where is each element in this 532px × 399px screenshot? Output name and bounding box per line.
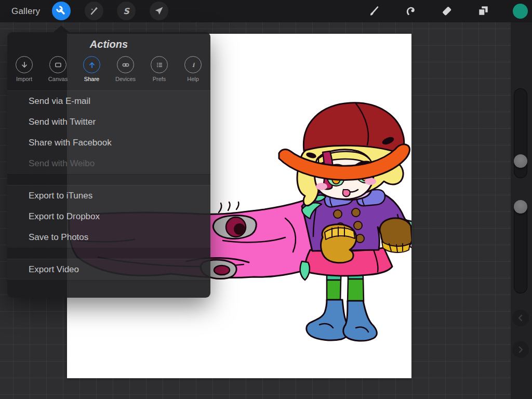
procreate-workspace: Gallery S bbox=[0, 0, 532, 399]
paintbrush-icon bbox=[368, 4, 381, 18]
selection-button[interactable]: S bbox=[117, 2, 136, 20]
share-menu-group-2: Export to iTunes Export to Dropbox Save … bbox=[7, 185, 210, 248]
menu-separator bbox=[7, 175, 210, 185]
boot-left bbox=[307, 300, 349, 340]
legging-left-green bbox=[327, 280, 341, 301]
canvas-rect-icon bbox=[54, 60, 63, 70]
tab-help[interactable]: i Help bbox=[176, 56, 210, 90]
svg-text:S: S bbox=[123, 6, 130, 16]
menu-item-share-facebook[interactable]: Share with Facebook bbox=[7, 132, 210, 153]
boot-right bbox=[343, 301, 377, 341]
brush-size-slider-handle[interactable] bbox=[514, 154, 527, 168]
coat-button bbox=[352, 208, 360, 217]
fish-fin bbox=[300, 261, 310, 280]
coat-button bbox=[356, 234, 364, 243]
arrow-cursor-icon bbox=[153, 5, 165, 17]
legging-right-green bbox=[348, 279, 364, 302]
chevron-left-icon bbox=[517, 314, 524, 322]
undo-chevron-left-button[interactable] bbox=[512, 310, 529, 326]
share-menu-group-3: Export Video bbox=[7, 259, 210, 281]
menu-item-send-email[interactable]: Send via E-mail bbox=[7, 91, 210, 112]
blush bbox=[316, 183, 327, 190]
actions-popup: Actions Import Canvas bbox=[7, 32, 210, 298]
info-icon: i bbox=[189, 60, 198, 70]
menu-item-send-weibo: Send with Weibo bbox=[7, 153, 210, 174]
link-icon bbox=[121, 60, 130, 70]
smudge-finger-icon bbox=[404, 4, 417, 18]
actions-popup-title: Actions bbox=[90, 38, 128, 50]
tab-canvas[interactable]: Canvas bbox=[41, 56, 75, 90]
share-menu-group-1: Send via E-mail Send with Twitter Share … bbox=[7, 90, 210, 175]
arrow-up-icon bbox=[87, 60, 97, 70]
magic-wand-icon bbox=[88, 5, 100, 17]
opacity-slider-track[interactable] bbox=[514, 201, 527, 294]
adjustments-button[interactable] bbox=[85, 2, 103, 20]
opacity-slider-handle[interactable] bbox=[514, 200, 527, 214]
eraser-icon bbox=[440, 4, 454, 18]
actions-popup-header: Actions bbox=[7, 32, 210, 56]
redo-chevron-right-button[interactable] bbox=[512, 341, 529, 358]
menu-item-export-itunes[interactable]: Export to iTunes bbox=[7, 185, 210, 206]
s-ribbon-icon: S bbox=[120, 5, 132, 17]
actions-tabs: Import Canvas Share bbox=[7, 56, 210, 90]
coat-button bbox=[354, 221, 362, 230]
transform-button[interactable] bbox=[150, 2, 168, 20]
menu-item-export-dropbox[interactable]: Export to Dropbox bbox=[7, 206, 210, 227]
arrow-down-icon bbox=[20, 60, 29, 70]
menu-item-send-twitter[interactable]: Send with Twitter bbox=[7, 112, 210, 132]
actions-wrench-button[interactable] bbox=[52, 2, 71, 20]
layers-button[interactable] bbox=[474, 2, 493, 20]
tab-devices[interactable]: Devices bbox=[109, 56, 142, 90]
layers-icon bbox=[476, 4, 490, 18]
tab-import[interactable]: Import bbox=[7, 56, 41, 90]
wrench-icon bbox=[55, 5, 68, 17]
svg-text:i: i bbox=[192, 62, 195, 69]
chevron-right-icon bbox=[517, 346, 524, 353]
tab-share[interactable]: Share bbox=[75, 56, 109, 90]
menu-item-export-video[interactable]: Export Video bbox=[7, 259, 210, 280]
eraser-tool-button[interactable] bbox=[437, 2, 456, 20]
tongue bbox=[343, 190, 350, 196]
tab-prefs[interactable]: Prefs bbox=[142, 56, 176, 90]
gallery-button[interactable]: Gallery bbox=[11, 0, 40, 22]
menu-item-save-photos[interactable]: Save to Photos bbox=[7, 227, 210, 248]
smudge-tool-button[interactable] bbox=[401, 2, 420, 20]
active-color-swatch[interactable] bbox=[513, 4, 528, 19]
coat-button bbox=[334, 210, 342, 218]
menu-separator bbox=[7, 248, 210, 259]
paint-tool-button[interactable] bbox=[365, 2, 384, 20]
top-toolbar: Gallery S bbox=[0, 0, 532, 22]
list-icon bbox=[155, 60, 164, 70]
